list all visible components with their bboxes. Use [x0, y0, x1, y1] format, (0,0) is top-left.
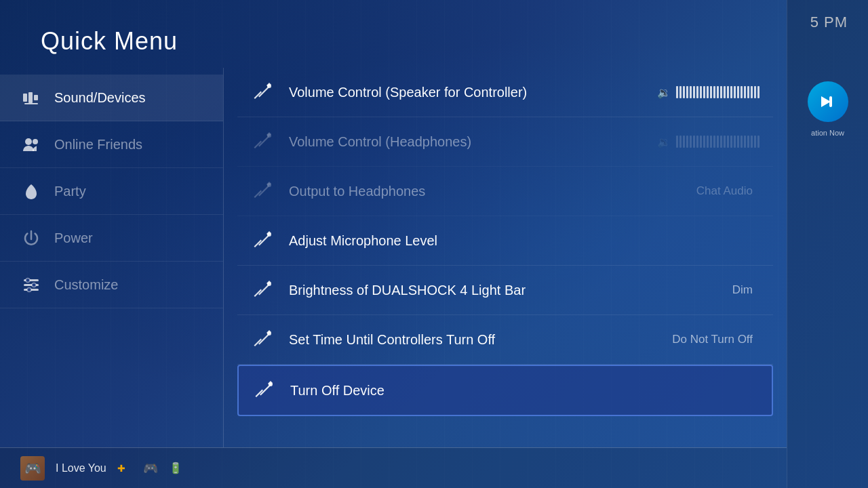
- svg-rect-0: [829, 96, 832, 107]
- value-controller-timeout: Do Not Turn Off: [672, 333, 753, 346]
- sound-devices-icon: [20, 87, 42, 108]
- ps-plus-badge: ✚: [117, 463, 125, 474]
- controller-icon: 🎮: [143, 461, 158, 476]
- ps-now-icon[interactable]: [808, 81, 848, 122]
- menu-item-volume-speaker[interactable]: Volume Control (Speaker for Controller) …: [237, 68, 773, 117]
- sidebar-item-customize[interactable]: Customize: [0, 262, 223, 308]
- label-turn-off-device: Turn Off Device: [290, 383, 758, 399]
- svg-point-12: [27, 288, 31, 292]
- menu-item-volume-headphones[interactable]: Volume Control (Headphones) 🔉: [237, 117, 773, 167]
- wrench-icon-speaker: [251, 80, 275, 104]
- volume-bar-headphones: 🔉: [657, 136, 760, 148]
- label-microphone: Adjust Microphone Level: [289, 233, 760, 249]
- ps-now-label: ation Now: [811, 129, 844, 137]
- wrench-icon-headphones: [251, 129, 275, 154]
- wrench-icon-output: [251, 179, 275, 203]
- sidebar-label-party: Party: [54, 184, 86, 199]
- sidebar-label-online-friends: Online Friends: [54, 137, 142, 152]
- menu-item-controller-timeout[interactable]: Set Time Until Controllers Turn Off Do N…: [237, 315, 773, 365]
- sidebar: Sound/Devices Online Friends Party: [0, 68, 224, 447]
- volume-bar-visual: [676, 86, 760, 98]
- label-brightness: Brightness of DUALSHOCK 4 Light Bar: [289, 283, 719, 298]
- online-friends-icon: [20, 134, 42, 155]
- main-container: Sound/Devices Online Friends Party: [0, 68, 787, 447]
- menu-item-microphone[interactable]: Adjust Microphone Level: [237, 216, 773, 266]
- svg-point-13: [267, 84, 271, 88]
- username: I Love You: [56, 462, 106, 474]
- party-icon: [20, 180, 42, 202]
- svg-rect-3: [34, 95, 38, 100]
- sidebar-label-customize: Customize: [54, 277, 118, 293]
- label-output-headphones: Output to Headphones: [289, 184, 683, 199]
- sidebar-item-sound-devices[interactable]: Sound/Devices: [0, 75, 223, 121]
- sidebar-item-party[interactable]: Party: [0, 168, 223, 215]
- power-icon: [20, 227, 42, 249]
- ps-panel: ation Now: [787, 0, 868, 488]
- svg-rect-4: [24, 103, 38, 104]
- menu-item-brightness[interactable]: Brightness of DUALSHOCK 4 Light Bar Dim: [237, 266, 773, 315]
- wrench-icon-turn-off: [252, 378, 277, 403]
- value-brightness: Dim: [732, 283, 753, 297]
- svg-point-10: [26, 279, 30, 283]
- user-avatar: 🎮: [20, 456, 45, 481]
- sidebar-label-sound-devices: Sound/Devices: [54, 90, 146, 106]
- content-panel: Volume Control (Speaker for Controller) …: [224, 68, 787, 447]
- svg-point-11: [32, 283, 36, 287]
- label-volume-speaker: Volume Control (Speaker for Controller): [289, 85, 644, 100]
- svg-rect-1: [23, 94, 27, 102]
- menu-item-turn-off-device[interactable]: Turn Off Device: [237, 365, 773, 416]
- headphone-speaker-icon: 🔉: [657, 136, 671, 148]
- svg-point-6: [33, 139, 38, 144]
- sidebar-label-power: Power: [54, 230, 93, 246]
- value-output-headphones: Chat Audio: [696, 184, 753, 198]
- svg-point-15: [267, 183, 271, 187]
- sidebar-item-online-friends[interactable]: Online Friends: [0, 121, 223, 168]
- volume-bar-speaker: 🔉: [657, 86, 760, 99]
- svg-rect-2: [28, 92, 33, 103]
- volume-bar-visual-hp: [676, 136, 760, 148]
- speaker-icon: 🔉: [657, 86, 671, 99]
- wrench-icon-microphone: [251, 228, 275, 253]
- page-title: Quick Menu: [41, 27, 178, 56]
- wrench-icon-brightness: [251, 278, 275, 302]
- status-bar: 🎮 I Love You ✚ 🎮 🔋: [0, 447, 787, 488]
- customize-icon: [20, 274, 42, 296]
- sidebar-item-power[interactable]: Power: [0, 215, 223, 262]
- menu-item-output-headphones[interactable]: Output to Headphones Chat Audio: [237, 167, 773, 216]
- wrench-icon-timeout: [251, 327, 275, 352]
- battery-icon: 🔋: [169, 462, 182, 474]
- svg-point-18: [267, 331, 271, 336]
- label-volume-headphones: Volume Control (Headphones): [289, 134, 644, 150]
- svg-point-5: [25, 138, 32, 145]
- svg-point-19: [269, 382, 273, 386]
- label-controller-timeout: Set Time Until Controllers Turn Off: [289, 332, 658, 348]
- svg-point-17: [267, 282, 271, 286]
- svg-point-14: [267, 134, 271, 138]
- svg-point-16: [267, 232, 271, 237]
